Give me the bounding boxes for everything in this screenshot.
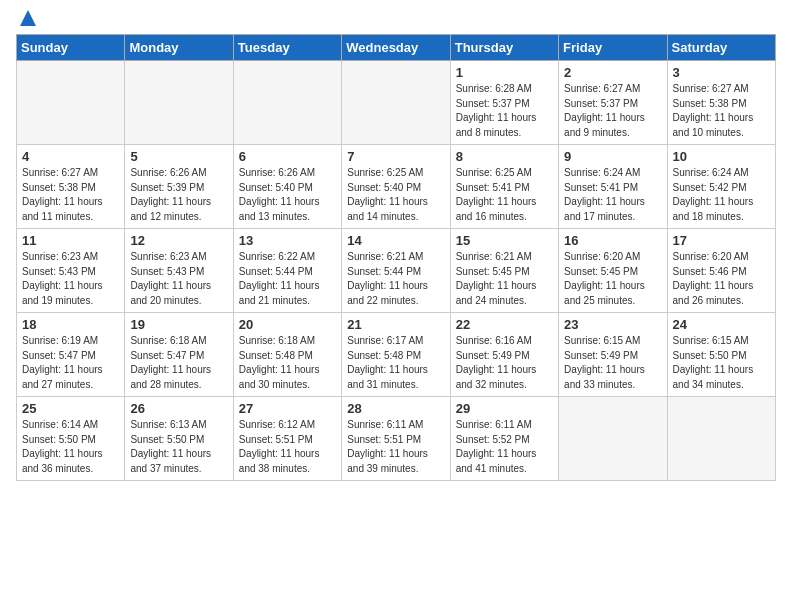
day-number: 23 [564,317,661,332]
day-number: 11 [22,233,119,248]
calendar-table: SundayMondayTuesdayWednesdayThursdayFrid… [16,34,776,481]
day-info: Sunrise: 6:11 AMSunset: 5:52 PMDaylight:… [456,418,553,476]
day-cell: 21Sunrise: 6:17 AMSunset: 5:48 PMDayligh… [342,313,450,397]
day-cell [17,61,125,145]
day-cell: 25Sunrise: 6:14 AMSunset: 5:50 PMDayligh… [17,397,125,481]
day-info: Sunrise: 6:15 AMSunset: 5:49 PMDaylight:… [564,334,661,392]
header [16,10,776,28]
day-cell [667,397,775,481]
day-info: Sunrise: 6:18 AMSunset: 5:48 PMDaylight:… [239,334,336,392]
day-cell: 22Sunrise: 6:16 AMSunset: 5:49 PMDayligh… [450,313,558,397]
day-cell: 28Sunrise: 6:11 AMSunset: 5:51 PMDayligh… [342,397,450,481]
day-info: Sunrise: 6:28 AMSunset: 5:37 PMDaylight:… [456,82,553,140]
day-cell [559,397,667,481]
day-cell: 3Sunrise: 6:27 AMSunset: 5:38 PMDaylight… [667,61,775,145]
day-cell: 11Sunrise: 6:23 AMSunset: 5:43 PMDayligh… [17,229,125,313]
day-cell [342,61,450,145]
day-number: 17 [673,233,770,248]
day-cell [233,61,341,145]
day-info: Sunrise: 6:22 AMSunset: 5:44 PMDaylight:… [239,250,336,308]
day-number: 29 [456,401,553,416]
day-info: Sunrise: 6:23 AMSunset: 5:43 PMDaylight:… [130,250,227,308]
day-cell: 20Sunrise: 6:18 AMSunset: 5:48 PMDayligh… [233,313,341,397]
col-header-tuesday: Tuesday [233,35,341,61]
col-header-saturday: Saturday [667,35,775,61]
svg-marker-0 [20,10,36,26]
day-info: Sunrise: 6:12 AMSunset: 5:51 PMDaylight:… [239,418,336,476]
week-row-2: 4Sunrise: 6:27 AMSunset: 5:38 PMDaylight… [17,145,776,229]
day-number: 7 [347,149,444,164]
day-cell: 8Sunrise: 6:25 AMSunset: 5:41 PMDaylight… [450,145,558,229]
day-number: 4 [22,149,119,164]
day-number: 25 [22,401,119,416]
day-info: Sunrise: 6:27 AMSunset: 5:37 PMDaylight:… [564,82,661,140]
day-info: Sunrise: 6:15 AMSunset: 5:50 PMDaylight:… [673,334,770,392]
day-cell: 17Sunrise: 6:20 AMSunset: 5:46 PMDayligh… [667,229,775,313]
day-info: Sunrise: 6:23 AMSunset: 5:43 PMDaylight:… [22,250,119,308]
day-cell: 23Sunrise: 6:15 AMSunset: 5:49 PMDayligh… [559,313,667,397]
day-number: 14 [347,233,444,248]
day-number: 16 [564,233,661,248]
day-cell: 27Sunrise: 6:12 AMSunset: 5:51 PMDayligh… [233,397,341,481]
day-info: Sunrise: 6:19 AMSunset: 5:47 PMDaylight:… [22,334,119,392]
day-cell: 10Sunrise: 6:24 AMSunset: 5:42 PMDayligh… [667,145,775,229]
day-cell: 1Sunrise: 6:28 AMSunset: 5:37 PMDaylight… [450,61,558,145]
week-row-5: 25Sunrise: 6:14 AMSunset: 5:50 PMDayligh… [17,397,776,481]
header-row: SundayMondayTuesdayWednesdayThursdayFrid… [17,35,776,61]
day-cell: 7Sunrise: 6:25 AMSunset: 5:40 PMDaylight… [342,145,450,229]
day-cell: 4Sunrise: 6:27 AMSunset: 5:38 PMDaylight… [17,145,125,229]
day-number: 6 [239,149,336,164]
col-header-monday: Monday [125,35,233,61]
day-info: Sunrise: 6:25 AMSunset: 5:41 PMDaylight:… [456,166,553,224]
week-row-3: 11Sunrise: 6:23 AMSunset: 5:43 PMDayligh… [17,229,776,313]
day-cell [125,61,233,145]
day-info: Sunrise: 6:11 AMSunset: 5:51 PMDaylight:… [347,418,444,476]
day-info: Sunrise: 6:25 AMSunset: 5:40 PMDaylight:… [347,166,444,224]
day-cell: 19Sunrise: 6:18 AMSunset: 5:47 PMDayligh… [125,313,233,397]
day-cell: 13Sunrise: 6:22 AMSunset: 5:44 PMDayligh… [233,229,341,313]
day-number: 28 [347,401,444,416]
day-number: 5 [130,149,227,164]
day-number: 26 [130,401,227,416]
col-header-wednesday: Wednesday [342,35,450,61]
col-header-friday: Friday [559,35,667,61]
day-number: 19 [130,317,227,332]
day-number: 2 [564,65,661,80]
day-info: Sunrise: 6:18 AMSunset: 5:47 PMDaylight:… [130,334,227,392]
day-info: Sunrise: 6:17 AMSunset: 5:48 PMDaylight:… [347,334,444,392]
day-cell: 26Sunrise: 6:13 AMSunset: 5:50 PMDayligh… [125,397,233,481]
day-cell: 24Sunrise: 6:15 AMSunset: 5:50 PMDayligh… [667,313,775,397]
day-cell: 18Sunrise: 6:19 AMSunset: 5:47 PMDayligh… [17,313,125,397]
day-number: 24 [673,317,770,332]
day-number: 20 [239,317,336,332]
day-number: 22 [456,317,553,332]
day-number: 15 [456,233,553,248]
day-cell: 29Sunrise: 6:11 AMSunset: 5:52 PMDayligh… [450,397,558,481]
day-cell: 16Sunrise: 6:20 AMSunset: 5:45 PMDayligh… [559,229,667,313]
day-info: Sunrise: 6:21 AMSunset: 5:44 PMDaylight:… [347,250,444,308]
day-number: 3 [673,65,770,80]
day-info: Sunrise: 6:14 AMSunset: 5:50 PMDaylight:… [22,418,119,476]
day-number: 21 [347,317,444,332]
day-cell: 9Sunrise: 6:24 AMSunset: 5:41 PMDaylight… [559,145,667,229]
day-info: Sunrise: 6:20 AMSunset: 5:46 PMDaylight:… [673,250,770,308]
page: SundayMondayTuesdayWednesdayThursdayFrid… [0,0,792,612]
col-header-sunday: Sunday [17,35,125,61]
day-info: Sunrise: 6:24 AMSunset: 5:42 PMDaylight:… [673,166,770,224]
day-number: 1 [456,65,553,80]
day-cell: 12Sunrise: 6:23 AMSunset: 5:43 PMDayligh… [125,229,233,313]
day-info: Sunrise: 6:27 AMSunset: 5:38 PMDaylight:… [22,166,119,224]
day-info: Sunrise: 6:26 AMSunset: 5:39 PMDaylight:… [130,166,227,224]
day-info: Sunrise: 6:24 AMSunset: 5:41 PMDaylight:… [564,166,661,224]
day-info: Sunrise: 6:13 AMSunset: 5:50 PMDaylight:… [130,418,227,476]
day-number: 13 [239,233,336,248]
day-cell: 6Sunrise: 6:26 AMSunset: 5:40 PMDaylight… [233,145,341,229]
day-cell: 14Sunrise: 6:21 AMSunset: 5:44 PMDayligh… [342,229,450,313]
day-cell: 15Sunrise: 6:21 AMSunset: 5:45 PMDayligh… [450,229,558,313]
day-number: 8 [456,149,553,164]
day-info: Sunrise: 6:16 AMSunset: 5:49 PMDaylight:… [456,334,553,392]
week-row-4: 18Sunrise: 6:19 AMSunset: 5:47 PMDayligh… [17,313,776,397]
logo [16,14,38,28]
day-info: Sunrise: 6:20 AMSunset: 5:45 PMDaylight:… [564,250,661,308]
day-info: Sunrise: 6:21 AMSunset: 5:45 PMDaylight:… [456,250,553,308]
